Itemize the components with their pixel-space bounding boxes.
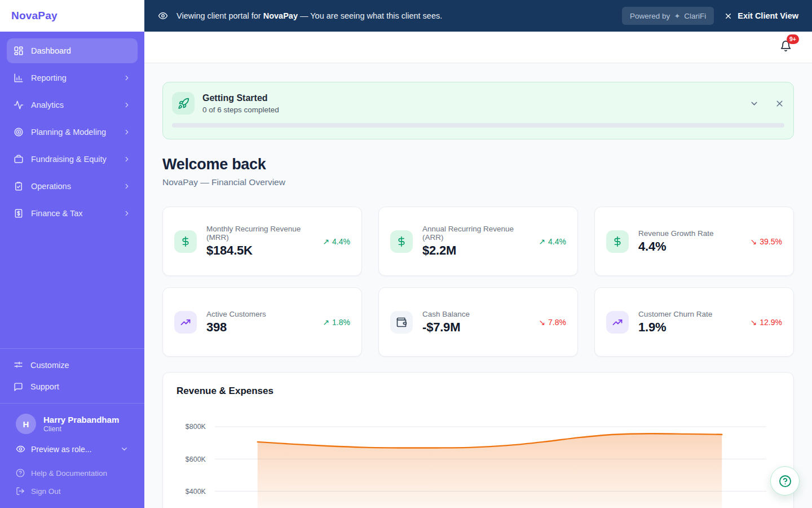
metrics-grid: Monthly Recurring Revenue (MRR) $184.5K … (162, 207, 794, 357)
metric-label: Annual Recurring Revenue (ARR) (422, 225, 529, 242)
metric-card-cash-balance: Cash Balance -$7.9M ↘7.8% (378, 287, 578, 357)
sidebar-item-label: Dashboard (31, 46, 71, 55)
sidebar-item-label: Analytics (31, 100, 64, 110)
metric-card-churn-rate: Customer Churn Rate 1.9% ↘12.9% (594, 287, 794, 357)
page-title: Welcome back (162, 156, 794, 173)
chevron-right-icon (123, 209, 131, 217)
preview-as-role-label: Preview as role... (31, 445, 91, 454)
sidebar-spacer (0, 226, 144, 348)
sidebar-item-fundraising-equity[interactable]: Fundraising & Equity (7, 147, 138, 172)
chat-bubble-icon (14, 382, 23, 392)
powered-by-clarifi-button[interactable]: Powered by ✦ ClariFi (622, 7, 714, 25)
chevron-right-icon (123, 182, 131, 190)
wallet-icon (390, 311, 413, 334)
chart-title: Revenue & Expenses (176, 386, 780, 397)
trend-up-arrow-icon: ↗ (323, 318, 329, 327)
sidebar-item-analytics[interactable]: Analytics (7, 93, 138, 117)
exit-client-view-button[interactable]: Exit Client View (724, 11, 798, 20)
sidebar-item-help-documentation[interactable]: Help & Documentation (7, 464, 138, 482)
metric-delta: ↘12.9% (751, 318, 782, 327)
notifications-button[interactable]: 9+ (780, 40, 792, 54)
metric-delta: ↘7.8% (539, 318, 566, 327)
sidebar-item-label: Finance & Tax (31, 209, 83, 218)
trending-up-icon (606, 311, 629, 334)
getting-started-title: Getting Started (202, 93, 279, 103)
metric-delta: ↗1.8% (323, 318, 350, 327)
sidebar-item-label: Help & Documentation (31, 469, 107, 478)
sign-out-icon (16, 487, 25, 496)
chevron-right-icon (123, 155, 131, 163)
trend-down-arrow-icon: ↘ (751, 318, 757, 327)
metric-label: Revenue Growth Rate (638, 229, 741, 238)
metric-delta: ↘39.5% (751, 237, 782, 246)
bar-chart-icon (14, 73, 24, 83)
metric-card-mrr: Monthly Recurring Revenue (MRR) $184.5K … (162, 207, 362, 276)
sidebar-item-label: Reporting (31, 73, 67, 82)
main-area: Viewing client portal for NovaPay — You … (144, 0, 812, 508)
sidebar-item-dashboard[interactable]: Dashboard (7, 38, 138, 63)
dollar-sign-icon (174, 230, 197, 253)
svg-text:$800K: $800K (186, 423, 206, 431)
help-circle-icon (16, 468, 25, 478)
trend-up-arrow-icon: ↗ (323, 237, 329, 246)
chevron-right-icon (123, 74, 131, 82)
sidebar: NovaPay Dashboard Reporting Analytics (0, 0, 144, 508)
sidebar-item-finance-tax[interactable]: Finance & Tax (7, 201, 138, 226)
sidebar-item-operations[interactable]: Operations (7, 174, 138, 199)
preview-as-role-selector[interactable]: Preview as role... (9, 440, 135, 458)
sliders-icon (14, 361, 23, 370)
dollar-sign-icon (606, 230, 629, 253)
sidebar-item-reporting[interactable]: Reporting (7, 65, 138, 90)
chevron-right-icon (123, 128, 131, 136)
logo-area: NovaPay (0, 0, 144, 32)
activity-icon (14, 100, 24, 110)
dashboard-icon (14, 46, 24, 56)
clipboard-check-icon (14, 181, 24, 191)
target-icon (14, 127, 24, 137)
chevron-down-icon (120, 445, 129, 453)
user-block: H Harry Prabandham Client (7, 406, 138, 436)
eye-icon (16, 444, 25, 454)
page-content: Getting Started 0 of 6 steps completed W… (144, 63, 812, 508)
trending-up-icon (174, 311, 197, 334)
chevron-right-icon (123, 101, 131, 109)
client-view-message: Viewing client portal for NovaPay — You … (158, 11, 442, 21)
trend-down-arrow-icon: ↘ (539, 318, 545, 327)
metric-value: 1.9% (638, 320, 741, 335)
metric-card-revenue-growth: Revenue Growth Rate 4.4% ↘39.5% (594, 207, 794, 276)
help-circle-icon (779, 475, 792, 488)
sparkle-icon: ✦ (674, 12, 680, 20)
trend-up-arrow-icon: ↗ (539, 237, 545, 246)
revenue-chart-svg: $800K$600K$400K$200K (176, 407, 780, 508)
metric-value: $2.2M (422, 243, 529, 258)
sidebar-item-sign-out[interactable]: Sign Out (7, 482, 138, 505)
revenue-expenses-chart-card: Revenue & Expenses $800K$600K$400K$200K (162, 372, 794, 508)
briefcase-icon (14, 154, 24, 164)
sidebar-item-planning-modeling[interactable]: Planning & Modeling (7, 120, 138, 144)
topbar: 9+ (144, 32, 812, 63)
metric-value: $184.5K (206, 243, 313, 258)
metric-label: Active Customers (206, 310, 313, 318)
collapse-chevron-icon[interactable] (749, 99, 759, 108)
sidebar-item-customize[interactable]: Customize (7, 354, 138, 376)
help-button[interactable] (770, 466, 800, 496)
metric-delta: ↗4.4% (323, 237, 350, 246)
sidebar-item-label: Support (30, 382, 59, 391)
sidebar-item-label: Fundraising & Equity (31, 155, 107, 164)
sidebar-item-label: Planning & Modeling (31, 128, 106, 137)
svg-text:$600K: $600K (186, 456, 206, 463)
metric-label: Customer Churn Rate (638, 310, 741, 318)
sidebar-item-support[interactable]: Support (7, 376, 138, 397)
svg-text:$400K: $400K (186, 488, 206, 496)
getting-started-progress-text: 0 of 6 steps completed (202, 106, 279, 114)
notification-count-badge: 9+ (787, 34, 799, 44)
eye-icon (158, 11, 168, 21)
user-name: Harry Prabandham (43, 415, 119, 426)
client-view-text: Viewing client portal for NovaPay — You … (176, 11, 442, 20)
sidebar-footer-links: Customize Support (0, 348, 144, 403)
sidebar-item-label: Sign Out (31, 487, 61, 496)
trend-down-arrow-icon: ↘ (751, 237, 757, 246)
dismiss-icon[interactable] (775, 99, 784, 108)
metric-card-arr: Annual Recurring Revenue (ARR) $2.2M ↗4.… (378, 207, 578, 276)
dollar-sign-icon (390, 230, 413, 253)
